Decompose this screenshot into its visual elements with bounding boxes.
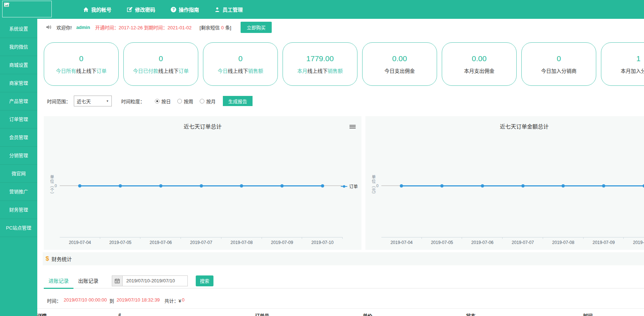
sidebar-item[interactable]: 财务管理 [0,201,37,219]
data-points [381,184,644,188]
stat-label-part: 线上线下 [228,68,248,74]
data-point [562,184,565,188]
stat-label-part: 今日已付款 [133,68,158,74]
x-axis-tick-label: 2019-07-08 [221,240,262,245]
x-axis-tick-label: 2019-07-06 [140,240,181,245]
date-range-input[interactable] [123,275,188,286]
nav-item-my-account[interactable]: 我的帐号 [83,6,111,13]
sidebar-item[interactable]: 我的微信 [0,38,37,56]
data-point [200,184,203,188]
stat-label-part: 订单 [179,68,189,74]
welcome-bar: 欢迎你! admin 开通时间：2017-12-26 到期时间：2021-01-… [37,19,644,35]
stat-value: 0 [159,54,163,63]
radio-icon [155,99,160,104]
table-column-header: 时间 [583,312,593,316]
table-column-header: 状态 [466,312,475,316]
edit-icon [127,7,132,12]
x-axis-tick-label: 2019-07-09 [584,240,624,245]
stat-label: 今日所有线上线下订单 [56,67,107,74]
data-point [440,184,444,188]
help-icon: ? [171,7,176,12]
time-to: 2019/07/10 18:32:39 [116,297,160,304]
nav-item-change-password[interactable]: 修改密码 [127,6,155,13]
sidebar-item[interactable]: 订单管理 [0,110,37,128]
buy-now-button[interactable]: 立即购买 [241,22,272,33]
records-table-header: #订单号单价状态时间详情 [37,308,644,316]
stat-label-part: 本月支出佣金 [464,68,495,74]
finance-tabs: 进账记录 出账记录 [44,273,103,288]
x-axis-ticks [381,237,644,239]
sidebar-item[interactable]: 商城设置 [0,56,37,74]
stat-card: 0 今日已付款线上线下订单 [123,42,198,86]
radio-option[interactable]: 按周 [177,98,193,105]
finance-section-header: $ 财务统计 [43,252,644,265]
data-point [521,184,525,188]
sidebar-item[interactable]: 会员管理 [0,128,37,147]
stat-value: 0 [238,54,243,63]
sms-count: 0 [220,25,225,30]
sidebar-item[interactable]: 产品管理 [0,92,37,110]
chart-menu-icon[interactable] [349,124,356,129]
table-column-header: # [118,312,121,316]
logo-placeholder [2,1,52,17]
total-value: 0 [182,297,185,304]
time-label: 时间： [47,297,61,304]
x-axis-tick-label: 2019-07-08 [543,240,584,245]
broken-image-icon [4,3,10,8]
stat-value: 1 [636,54,641,63]
order-amount-chart-panel: 近七天订单金额总计 单位（元） 0 2019-07-042019-07-0520… [365,116,644,250]
time-range-select[interactable]: 近七天 ▼ [74,96,112,106]
stat-label-part: 销售额 [328,68,343,74]
legend-orders[interactable]: 订单 [341,183,358,189]
radio-option[interactable]: 按日 [155,98,171,105]
x-axis-tick-label: 2019-07-04 [60,240,100,245]
x-axis-labels: 2019-07-042019-07-052019-07-062019-07-07… [60,240,343,245]
stat-label: 今日加入分销商 [541,67,577,74]
sidebar-item[interactable]: PC站点管理 [0,219,37,237]
data-point [280,184,284,188]
stat-card: 0.00 本月支出佣金 [442,42,517,86]
radio-option[interactable]: 按月 [200,98,216,105]
data-points [60,184,343,188]
stat-value: 0 [557,54,561,63]
stat-label-part: 今日支出佣金 [385,68,415,74]
stat-label-part: 线上线下 [158,68,179,74]
data-point [159,184,162,188]
stat-label-part: 今日所有 [56,68,76,74]
sidebar-item[interactable]: 商家管理 [0,74,37,92]
stat-label: 今日已付款线上线下订单 [133,67,189,74]
finance-section-title: 财务统计 [51,255,72,262]
nav-item-guide[interactable]: ? 操作指南 [171,6,199,13]
data-point [321,184,324,188]
nav-item-staff[interactable]: 员工管理 [215,6,243,13]
granularity-options: 按日 按周 按月 [145,98,216,105]
stat-card: 0.00 今日支出佣金 [362,42,437,86]
legend-marker-icon [341,185,347,188]
radio-icon [177,99,182,104]
sidebar-item[interactable]: 系统设置 [0,20,37,38]
home-icon [83,7,89,12]
radio-label: 按月 [206,98,216,105]
sidebar-item[interactable]: 分销管理 [0,147,37,165]
sidebar-item[interactable]: 微官网 [0,165,37,183]
legend-label: 订单 [349,183,358,189]
y-axis-label: 单位（元） [370,175,376,197]
stat-value: 0.00 [472,54,487,63]
stat-card: 1 本月加入分销商 [601,42,644,86]
user-icon [215,7,220,12]
granularity-label: 时间粒度： [121,98,145,105]
stat-value: 1779.00 [306,54,334,63]
stat-card: 1779.00 本月线上线下销售额 [283,42,357,86]
finance-tab[interactable]: 出账记录 [73,273,103,288]
data-point [400,184,403,188]
x-axis-tick-label: 2019-07-06 [462,240,503,245]
generate-report-button[interactable]: 生成报告 [223,96,253,106]
search-button[interactable]: 搜索 [196,275,213,286]
table-column-header: 订单号 [255,312,269,316]
sidebar-item[interactable]: 营销推广 [0,183,37,201]
finance-tab[interactable]: 进账记录 [44,273,73,288]
table-column-header: 详情 [37,312,47,316]
time-summary-row: 时间： 2019/07/10 00:00:00 到 2019/07/10 18:… [47,297,185,304]
stat-label: 今日线上线下销售额 [218,67,263,74]
calendar-button[interactable] [112,275,123,286]
